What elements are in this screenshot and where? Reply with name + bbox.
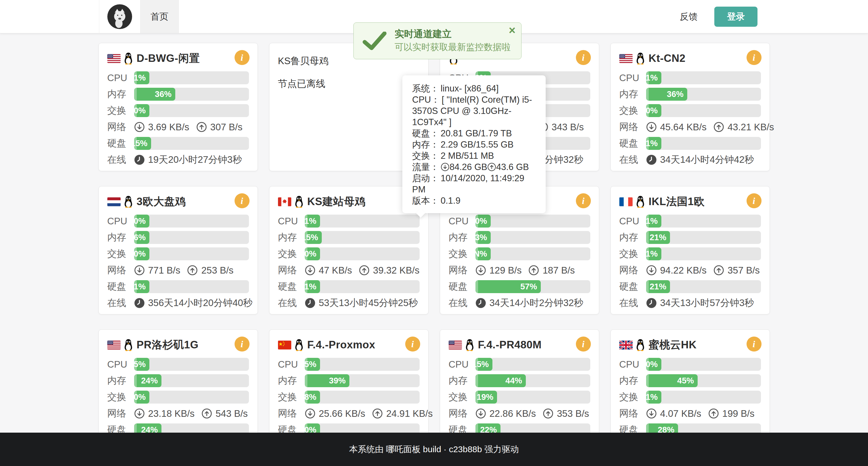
swap-label: 交换 (107, 104, 134, 117)
footer-text-prefix: 本系统由 (349, 443, 386, 455)
feedback-link[interactable]: 反馈 (663, 0, 714, 33)
download-arrow-icon (305, 408, 315, 419)
cpu-label: CPU (278, 216, 305, 227)
tooltip-row-label: 内存： (412, 139, 439, 149)
info-icon[interactable]: i (235, 193, 250, 208)
uptime-value: 53天13小时45分钟25秒 (319, 297, 418, 309)
disk-bar-fill: 21% (646, 280, 670, 293)
toast-close-icon[interactable]: × (509, 25, 516, 36)
cpu-bar: 0% (475, 214, 590, 228)
country-flag-icon-gb (619, 341, 632, 350)
memory-label: 内存 (107, 88, 134, 101)
linux-penguin-icon (123, 339, 133, 351)
download-arrow-icon (475, 265, 486, 275)
info-icon[interactable]: i (235, 337, 250, 352)
disk-percent: 57% (520, 282, 541, 291)
swap-label: 交换 (619, 104, 646, 117)
swap-percent: 19% (476, 392, 497, 402)
cpu-label: CPU (449, 359, 475, 370)
memory-row: 内存 24% (107, 374, 249, 387)
memory-bar: 6% (134, 231, 249, 244)
download-speed: 45.64 KB/s (660, 122, 707, 133)
server-card: IKL法国1欧 i CPU 1% 内存 21% 交换 1% 网络 94.22 K… (611, 186, 770, 314)
swap-bar: 0% (646, 104, 761, 117)
navbar-left-pad (0, 0, 99, 33)
footer-panel-link[interactable]: 哪吒面板 build · c23b88b (386, 443, 482, 455)
memory-row: 内存 45% (619, 374, 761, 387)
swap-bar: 1% (646, 391, 761, 404)
memory-bar-fill: 6% (134, 231, 150, 244)
info-icon[interactable]: i (576, 193, 591, 208)
tooltip-row: CPU：[ "Intel(R) Core(TM) i5-3570S CPU @ … (412, 94, 536, 128)
info-icon[interactable]: i (747, 50, 762, 65)
linux-penguin-icon (294, 195, 304, 208)
linux-penguin-icon (123, 52, 133, 65)
download-arrow-icon (134, 265, 145, 275)
cpu-label: CPU (619, 216, 646, 227)
site-logo[interactable] (99, 0, 141, 33)
card-header: KS建站母鸡 i (278, 193, 420, 210)
memory-label: 内存 (449, 374, 475, 387)
linux-penguin-icon (465, 339, 474, 351)
card-header: 3欧大盘鸡 i (107, 193, 249, 210)
swap-bar: 0% (134, 391, 249, 404)
swap-bar-fill: 0% (134, 391, 150, 404)
memory-bar: 36% (646, 88, 761, 101)
disk-bar: 1% (305, 280, 420, 293)
memory-percent: 36% (667, 90, 687, 99)
login-button[interactable]: 登录 (714, 7, 757, 27)
cpu-label: CPU (449, 216, 475, 227)
tooltip-row-value: 20.81 GB/1.79 TB (441, 128, 512, 138)
memory-bar-fill: 24% (134, 374, 162, 387)
disk-bar-fill: 11% (646, 137, 662, 150)
tooltip-row-label: 版本： (412, 196, 439, 206)
cpu-row: CPU 0% (449, 214, 590, 228)
tooltip-row-value: linux- [x86_64] (441, 84, 499, 94)
clock-icon (646, 155, 657, 165)
info-icon[interactable]: i (747, 193, 762, 208)
download-speed: 94.22 KB/s (660, 265, 707, 276)
cpu-bar: 15% (475, 358, 590, 371)
network-label: 网络 (619, 264, 646, 277)
linux-penguin-icon (123, 195, 133, 208)
tooltip-row: 内存：2.29 GB/15.55 GB (412, 139, 536, 150)
toast-message: 可以实时获取最新监控数据啦 (395, 41, 510, 53)
nav-tab-home[interactable]: 首页 (141, 0, 179, 33)
download-arrow-icon (475, 408, 486, 419)
upload-arrow-icon (359, 265, 370, 275)
info-icon[interactable]: i (405, 337, 420, 352)
swap-label: 交换 (278, 391, 305, 404)
download-speed: 23.18 KB/s (148, 408, 194, 419)
info-icon[interactable]: i (576, 337, 591, 352)
download-speed: 3.69 KB/s (148, 122, 189, 133)
memory-bar-fill: 15% (305, 231, 322, 244)
swap-row: 交换 1% (619, 247, 761, 260)
upload-arrow-icon (528, 265, 539, 275)
info-icon[interactable]: i (576, 50, 591, 65)
memory-bar-fill: 36% (646, 88, 687, 101)
online-label: 在线 (449, 297, 475, 309)
network-row: 网络 4.07 KB/s 199 B/s (619, 407, 761, 420)
online-row: 在线 19天20小时27分钟3秒 (107, 153, 249, 166)
linux-penguin-icon (636, 52, 645, 65)
disk-bar: 57% (475, 280, 590, 293)
tooltip-row: 启动：10/14/2020, 11:49:29 PM (412, 173, 536, 195)
cpu-percent: 1% (134, 73, 150, 82)
download-speed: 25.66 KB/s (319, 408, 365, 419)
server-name: D-BWG-闲置 (137, 51, 200, 66)
upload-arrow-icon (196, 122, 207, 132)
cpu-row: CPU 1% (107, 71, 249, 84)
memory-percent: 36% (155, 90, 175, 99)
upload-arrow-icon (187, 265, 198, 275)
toast-notification: 实时通道建立 可以实时获取最新监控数据啦 × (353, 23, 522, 59)
network-label: 网络 (449, 264, 475, 277)
memory-percent: 39% (329, 376, 349, 386)
info-icon[interactable]: i (747, 337, 762, 352)
network-row: 网络 45.64 KB/s 43.21 KB/s (619, 121, 761, 133)
memory-bar-fill: 45% (646, 374, 698, 387)
network-label: 网络 (449, 407, 475, 420)
swap-row: 交换 0% (278, 247, 420, 260)
cpu-bar: 0% (646, 358, 761, 371)
info-icon[interactable]: i (235, 50, 250, 65)
memory-label: 内存 (619, 88, 646, 101)
